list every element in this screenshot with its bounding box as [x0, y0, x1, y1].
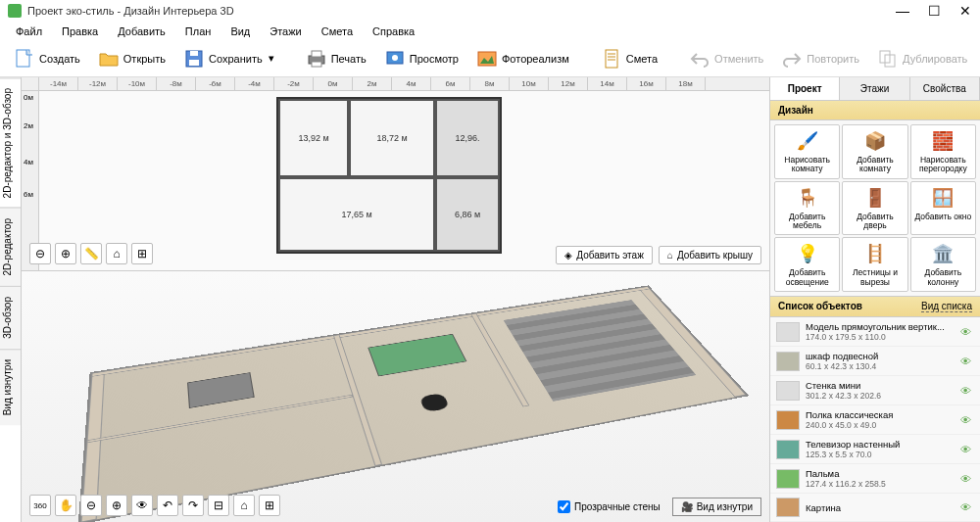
fit-button[interactable]: ⊞	[131, 243, 153, 264]
list-item[interactable]: Телевизор настенный125.3 x 5.5 x 70.0👁	[770, 435, 980, 464]
3d-view[interactable]: 360 ✋ ⊖ ⊕ 👁 ↶ ↷ ⊟ ⌂ ⊞ Прозрачные стены 🎥…	[22, 271, 769, 522]
add-door-button[interactable]: 🚪Добавить дверь	[842, 181, 907, 236]
preview-icon	[384, 48, 406, 70]
svg-point-8	[392, 55, 398, 61]
rotate-ccw-button[interactable]: ↶	[157, 495, 178, 516]
titlebar: Проект эко-стиль - Дизайн Интерьера 3D —…	[0, 0, 980, 23]
zoom-out-3d-button[interactable]: ⊖	[80, 495, 102, 516]
room-1: 13,92 м	[278, 99, 349, 177]
vtab-2d3d[interactable]: 2D-редактор и 3D-обзор	[0, 77, 21, 208]
list-item[interactable]: Полка классическая240.0 x 45.0 x 49.0👁	[770, 405, 980, 435]
tab-properties[interactable]: Свойства	[910, 77, 980, 100]
save-icon	[183, 48, 205, 70]
preview-button[interactable]: Просмотр	[378, 44, 465, 73]
print-icon	[306, 48, 327, 70]
list-item[interactable]: шкаф подвесной60.1 x 42.3 x 130.4👁	[770, 347, 980, 376]
undo-icon	[689, 48, 710, 70]
bricks-icon: 🧱	[931, 129, 955, 153]
menu-add[interactable]: Добавить	[110, 24, 173, 39]
add-room-button[interactable]: 📦Добавить комнату	[842, 124, 907, 179]
2d-editor-view[interactable]: -14м-12м-10м-8м-6м-4м-2м0м2м4м6м8м10м12м…	[22, 77, 769, 271]
list-item[interactable]: Стенка мини301.2 x 42.3 x 202.6👁	[770, 376, 980, 405]
print-button[interactable]: Печать	[300, 44, 372, 73]
menu-file[interactable]: Файл	[8, 24, 50, 39]
menu-view[interactable]: Вид	[222, 24, 258, 39]
design-section-title: Дизайн	[770, 101, 980, 120]
eye-icon[interactable]: 👁	[960, 414, 974, 426]
redo-icon	[781, 48, 803, 70]
home-button[interactable]: ⌂	[106, 243, 127, 264]
camera-icon: 🎥	[681, 501, 693, 512]
svg-rect-2	[189, 60, 199, 66]
add-floor-button[interactable]: ◈Добавить этаж	[556, 246, 653, 264]
maximize-button[interactable]: ☐	[927, 4, 941, 18]
ruler-button[interactable]: 📏	[80, 243, 102, 264]
eye-icon[interactable]: 👁	[960, 326, 974, 338]
pan-button[interactable]: ✋	[55, 495, 76, 516]
undo-button[interactable]: Отменить	[683, 44, 769, 73]
tab-floors[interactable]: Этажи	[840, 77, 909, 100]
look-button[interactable]: 👁	[131, 495, 153, 516]
stairs-cutouts-button[interactable]: 🪜Лестницы и вырезы	[842, 237, 907, 292]
fit-3d-button[interactable]: ⊞	[259, 495, 280, 516]
app-icon	[8, 4, 22, 18]
photoreal-icon	[476, 48, 498, 70]
menu-estimate[interactable]: Смета	[314, 24, 361, 39]
draw-partition-button[interactable]: 🧱Нарисовать перегородку	[910, 124, 976, 179]
add-window-button[interactable]: 🪟Добавить окно	[910, 181, 976, 236]
list-item[interactable]: Модель прямоугольник вертик...174.0 x 17…	[770, 317, 980, 347]
estimate-button[interactable]: Смета	[595, 44, 663, 73]
obj-thumb	[776, 322, 800, 342]
vtab-2d[interactable]: 2D-редактор	[0, 208, 21, 286]
tab-project[interactable]: Проект	[770, 77, 840, 100]
eye-icon[interactable]: 👁	[960, 356, 974, 367]
obj-thumb	[776, 410, 800, 430]
menu-plan[interactable]: План	[177, 24, 220, 39]
create-button[interactable]: Создать	[8, 44, 86, 73]
rotate-cw-button[interactable]: ↷	[182, 495, 204, 516]
eye-icon[interactable]: 👁	[960, 473, 974, 485]
draw-room-button[interactable]: 🖌️Нарисовать комнату	[774, 124, 840, 179]
eye-icon[interactable]: 👁	[960, 501, 974, 513]
add-furniture-button[interactable]: 🪑Добавить мебель	[774, 181, 840, 236]
stairs-icon: 🪜	[863, 242, 887, 265]
brush-icon: 🖌️	[796, 129, 819, 153]
zoom-in-button[interactable]: ⊕	[55, 243, 76, 264]
list-item[interactable]: Пальма127.4 x 116.2 x 258.5👁	[770, 464, 980, 494]
close-button[interactable]: ✕	[958, 4, 972, 18]
duplicate-icon	[877, 48, 899, 70]
vtab-3d[interactable]: 3D-обзор	[0, 286, 21, 349]
redo-button[interactable]: Повторить	[775, 44, 865, 73]
photoreal-button[interactable]: Фотореализм	[470, 44, 575, 73]
obj-thumb	[776, 469, 800, 489]
eye-icon[interactable]: 👁	[960, 444, 974, 455]
menu-edit[interactable]: Правка	[54, 24, 106, 39]
add-roof-button[interactable]: ⌂Добавить крышу	[659, 246, 761, 264]
grid-preset-button[interactable]: ⊟	[208, 495, 229, 516]
eye-icon[interactable]: 👁	[960, 385, 974, 397]
zoom-out-button[interactable]: ⊖	[29, 243, 51, 264]
menu-floors[interactable]: Этажи	[262, 24, 309, 39]
home-3d-button[interactable]: ⌂	[233, 495, 255, 516]
bulb-icon: 💡	[796, 242, 819, 265]
list-view-link[interactable]: Вид списка	[921, 301, 972, 312]
svg-rect-5	[312, 51, 321, 57]
duplicate-button[interactable]: Дублировать	[871, 44, 973, 73]
chair-icon: 🪑	[796, 186, 819, 210]
save-button[interactable]: Сохранить▾	[177, 44, 280, 73]
add-column-button[interactable]: 🏛️Добавить колонну	[910, 237, 976, 292]
open-folder-icon	[98, 48, 120, 70]
add-lighting-button[interactable]: 💡Добавить освещение	[774, 237, 840, 292]
minimize-button[interactable]: —	[896, 4, 909, 18]
orbit-360-button[interactable]: 360	[29, 495, 51, 516]
zoom-in-3d-button[interactable]: ⊕	[106, 495, 127, 516]
new-file-icon	[14, 48, 35, 70]
inside-view-button[interactable]: 🎥Вид изнутри	[672, 498, 761, 516]
vtab-inside[interactable]: Вид изнутри	[0, 349, 21, 425]
floorplan[interactable]: 13,92 м 18,72 м 12,96. 17,65 м 6,86 м	[276, 97, 502, 254]
menu-help[interactable]: Справка	[365, 24, 422, 39]
room-3: 12,96.	[435, 99, 500, 177]
open-button[interactable]: Открыть	[92, 44, 172, 73]
list-item[interactable]: Картина👁	[770, 494, 980, 522]
transparent-walls-checkbox[interactable]: Прозрачные стены	[558, 500, 661, 513]
